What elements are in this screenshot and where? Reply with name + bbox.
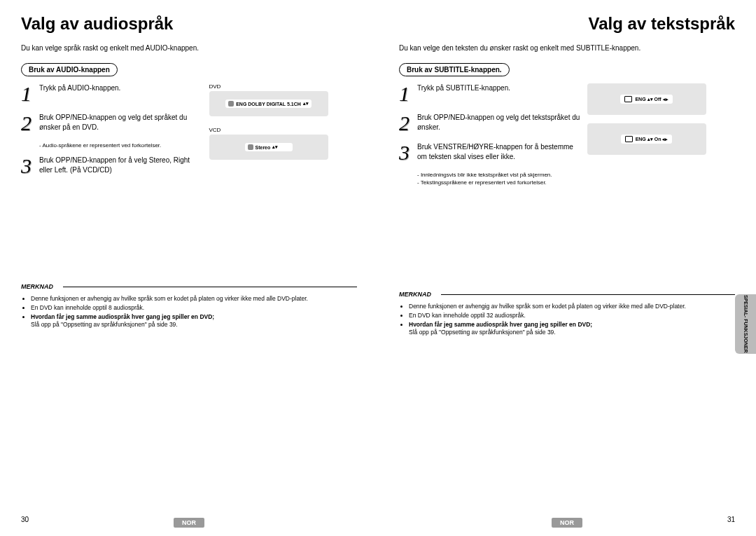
step-sub-left: - Audio-språkene er representert ved for… — [39, 142, 202, 149]
step-2-left: 2 Bruk OPP/NED-knappen og velg det språk… — [21, 113, 202, 134]
vis-dvd-inner: ENG DOLBY DIGITAL 5.1CH — [225, 99, 312, 108]
vis-col-right: ENG ▴▾ Off ◂▸ ENG ▴▾ On ◂▸ — [587, 83, 736, 193]
step-text: Trykk på SUBTITLE-knappen. — [417, 83, 580, 104]
title-right: Valg av tekstspråk — [399, 14, 735, 34]
audio-icon — [228, 101, 234, 106]
vis-dvd: DVD ENG DOLBY DIGITAL 5.1CH — [209, 83, 358, 116]
vis-off-inner: ENG ▴▾ Off ◂▸ — [620, 95, 672, 104]
steps-area-left: 1 Trykk på AUDIO-knappen. 2 Bruk OPP/NED… — [21, 83, 357, 185]
subtitle-icon — [625, 136, 633, 142]
vis-vcd: VCD Stereo — [209, 127, 358, 160]
pill-left: Bruk av AUDIO-knappen — [21, 63, 118, 76]
step-text: Bruk OPP/NED-knappen og velg det tekstsp… — [417, 113, 580, 134]
step-num: 2 — [21, 113, 39, 134]
vis-vcd-text: Stereo — [255, 145, 271, 150]
nor-badge-right: NOR — [552, 518, 582, 528]
intro-left: Du kan velge språk raskt og enkelt med A… — [21, 44, 357, 52]
updown-icon — [272, 144, 278, 150]
step-num: 1 — [399, 83, 417, 104]
note-item: Denne funksjonen er avhengig av hvilke s… — [31, 294, 357, 303]
side-tab: SPESIAL- FUNKSJONER — [735, 294, 756, 354]
note-item: Denne funksjonen er avhengig av hvilke s… — [409, 302, 735, 311]
vis-vcd-inner: Stereo — [245, 143, 293, 151]
vis-on-text: ENG ▴▾ On ◂▸ — [636, 137, 668, 142]
step-3-right: 3 Bruk VENSTRE/HØYRE-knappen for å beste… — [399, 142, 580, 163]
note-item-bold: Hvordan får jeg samme audiospråk hver ga… — [409, 320, 735, 329]
vis-dvd-box: ENG DOLBY DIGITAL 5.1CH — [209, 91, 328, 116]
nor-badge-left: NOR — [174, 518, 204, 528]
vis-dvd-text: ENG DOLBY DIGITAL 5.1CH — [236, 102, 301, 106]
updown-icon — [303, 101, 309, 106]
steps-area-right: 1 Trykk på SUBTITLE-knappen. 2 Bruk OPP/… — [399, 83, 735, 193]
step-num: 3 — [399, 142, 417, 163]
notes-left: Denne funksjonen er avhengig av hvilke s… — [21, 294, 357, 328]
step-1-left: 1 Trykk på AUDIO-knappen. — [21, 83, 202, 104]
steps-col-left: 1 Trykk på AUDIO-knappen. 2 Bruk OPP/NED… — [21, 83, 202, 185]
note-item: En DVD kan inneholde opptil 8 audiospråk… — [31, 303, 357, 312]
title-left: Valg av audiospråk — [21, 14, 357, 34]
page-left: Valg av audiospråk Du kan velge språk ra… — [0, 0, 378, 536]
step-sub-right-2: - Tekstingsspråkene er representert ved … — [417, 179, 580, 186]
manual-spread: Valg av audiospråk Du kan velge språk ra… — [0, 0, 756, 536]
note-label-right: MERKNAD — [399, 291, 735, 298]
page-num-left: 30 — [21, 516, 29, 523]
note-item: En DVD kan inneholde opptil 32 audiosprå… — [409, 311, 735, 320]
notes-right: Denne funksjonen er avhengig av hvilke s… — [399, 302, 735, 336]
step-text: Bruk OPP/NED-knappen og velg det språket… — [39, 113, 202, 134]
step-2-right: 2 Bruk OPP/NED-knappen og velg det tekst… — [399, 113, 580, 134]
step-text: Trykk på AUDIO-knappen. — [39, 83, 202, 104]
step-num: 1 — [21, 83, 39, 104]
side-tab-text: SPESIAL- FUNKSJONER — [743, 295, 748, 352]
vis-off-text: ENG ▴▾ Off ◂▸ — [635, 97, 668, 102]
vis-vcd-label: VCD — [209, 127, 358, 133]
note-label-left: MERKNAD — [21, 283, 357, 290]
page-num-right: 31 — [727, 516, 735, 523]
note-sub-right: Slå opp på "Oppsetting av språkfunksjone… — [409, 329, 735, 336]
steps-col-right: 1 Trykk på SUBTITLE-knappen. 2 Bruk OPP/… — [399, 83, 580, 193]
note-sub-left: Slå opp på "Oppsetting av språkfunksjone… — [31, 321, 357, 328]
subtitle-icon — [624, 96, 632, 102]
vis-off-box: ENG ▴▾ Off ◂▸ — [587, 83, 706, 115]
vis-on-inner: ENG ▴▾ On ◂▸ — [621, 135, 673, 144]
vis-on-box: ENG ▴▾ On ◂▸ — [587, 123, 706, 155]
step-sub-right-1: - Innledningsvis blir ikke tekstspråket … — [417, 172, 580, 178]
step-text: Bruk VENSTRE/HØYRE-knappen for å bestemm… — [417, 142, 580, 163]
step-text: Bruk OPP/NED-knappen for å velg Stereo, … — [39, 156, 202, 177]
step-num: 2 — [399, 113, 417, 134]
pill-right: Bruk av SUBTITLE-knappen. — [399, 63, 510, 76]
vis-vcd-box: Stereo — [209, 135, 328, 160]
note-item-bold: Hvordan får jeg samme audiospråk hver ga… — [31, 312, 357, 322]
step-1-right: 1 Trykk på SUBTITLE-knappen. — [399, 83, 580, 104]
vis-col-left: DVD ENG DOLBY DIGITAL 5.1CH VCD — [209, 83, 358, 185]
intro-right: Du kan velge den teksten du ønsker raskt… — [399, 44, 735, 52]
vis-dvd-label: DVD — [209, 83, 358, 90]
step-num: 3 — [21, 156, 39, 177]
step-3-left: 3 Bruk OPP/NED-knappen for å velg Stereo… — [21, 156, 202, 177]
page-right: Valg av tekstspråk Du kan velge den teks… — [378, 0, 756, 536]
audio-icon — [248, 144, 253, 150]
